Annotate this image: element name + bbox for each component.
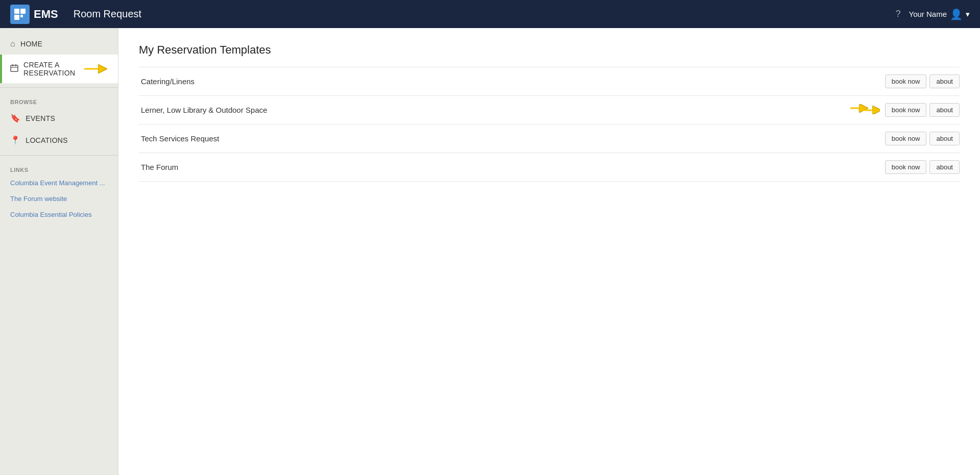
app-logo[interactable]: EMS — [10, 5, 58, 24]
svg-rect-1 — [20, 9, 26, 14]
logo-icon — [10, 5, 30, 24]
sidebar-item-create-reservation-label: CREATE A RESERVATION — [23, 61, 78, 77]
sidebar-item-home[interactable]: ⌂ HOME — [0, 33, 118, 55]
user-avatar-icon: 👤 — [950, 8, 963, 20]
svg-rect-4 — [23, 15, 26, 17]
book-now-button-tech-services[interactable]: book now — [885, 132, 927, 145]
user-name: Your Name — [909, 10, 947, 18]
user-menu[interactable]: Your Name 👤 ▾ — [909, 8, 970, 20]
sidebar-link-columbia-event[interactable]: Columbia Event Management ... — [0, 175, 118, 191]
svg-rect-5 — [20, 17, 26, 20]
calendar-icon — [10, 64, 18, 74]
links-section-label: LINKS — [0, 160, 118, 175]
template-list: Catering/Linensbook nowaboutLerner, Low … — [139, 67, 960, 182]
svg-rect-3 — [20, 15, 23, 17]
book-now-button-lerner-low-library[interactable]: book now — [885, 103, 927, 117]
svg-rect-8 — [15, 64, 16, 66]
template-actions-lerner-low-library: book nowabout — [885, 103, 960, 117]
home-icon: ⌂ — [10, 39, 15, 48]
template-actions-the-forum: book nowabout — [885, 160, 960, 174]
template-row: The Forumbook nowabout — [139, 153, 960, 182]
svg-rect-7 — [12, 64, 13, 66]
sidebar-divider-2 — [0, 155, 118, 156]
sidebar-divider-1 — [0, 87, 118, 88]
about-button-catering-linens[interactable]: about — [929, 74, 960, 88]
events-icon: 🔖 — [10, 113, 20, 123]
top-navigation: EMS Room Request ? Your Name 👤 ▾ — [0, 0, 980, 28]
book-now-button-catering-linens[interactable]: book now — [885, 74, 927, 88]
template-name-lerner-low-library: Lerner, Low Library & Outdoor Space — [139, 106, 849, 114]
template-actions-tech-services: book nowabout — [885, 132, 960, 145]
sidebar: ⌂ HOME CREATE A RESERVATION — [0, 28, 118, 475]
template-name-the-forum: The Forum — [139, 163, 885, 171]
template-row: Catering/Linensbook nowabout — [139, 67, 960, 95]
logo-text: EMS — [34, 8, 58, 21]
book-now-button-the-forum[interactable]: book now — [885, 160, 927, 174]
template-row: Lerner, Low Library & Outdoor Space book… — [139, 95, 960, 124]
sidebar-item-home-label: HOME — [20, 40, 42, 48]
svg-rect-0 — [14, 9, 19, 14]
page-header-title: Room Request — [74, 8, 896, 20]
arrow-annotation — [83, 64, 108, 74]
template-name-catering-linens: Catering/Linens — [139, 77, 885, 86]
sidebar-item-events-label: EVENTS — [26, 114, 55, 122]
sidebar-item-create-reservation[interactable]: CREATE A RESERVATION — [0, 55, 118, 83]
svg-rect-2 — [14, 15, 19, 20]
help-button[interactable]: ? — [895, 9, 900, 19]
sidebar-link-forum-website[interactable]: The Forum website — [0, 191, 118, 207]
topnav-right: ? Your Name 👤 ▾ — [895, 8, 970, 20]
about-button-tech-services[interactable]: about — [929, 132, 960, 145]
sidebar-item-locations[interactable]: 📍 LOCATIONS — [0, 129, 118, 151]
sidebar-item-events[interactable]: 🔖 EVENTS — [0, 107, 118, 129]
user-menu-chevron: ▾ — [966, 10, 970, 19]
svg-rect-6 — [11, 65, 18, 71]
template-row: Tech Services Requestbook nowabout — [139, 124, 960, 153]
page-title: My Reservation Templates — [139, 43, 960, 57]
arrow-annotation-lerner — [849, 104, 880, 116]
about-button-the-forum[interactable]: about — [929, 160, 960, 174]
browse-section-label: BROWSE — [0, 92, 118, 107]
sidebar-item-locations-label: LOCATIONS — [26, 136, 68, 144]
locations-icon: 📍 — [10, 135, 20, 145]
template-actions-catering-linens: book nowabout — [885, 74, 960, 88]
sidebar-link-columbia-policies[interactable]: Columbia Essential Policies — [0, 207, 118, 222]
about-button-lerner-low-library[interactable]: about — [929, 103, 960, 117]
main-content: My Reservation Templates Catering/Linens… — [118, 28, 980, 475]
template-name-tech-services: Tech Services Request — [139, 134, 885, 143]
